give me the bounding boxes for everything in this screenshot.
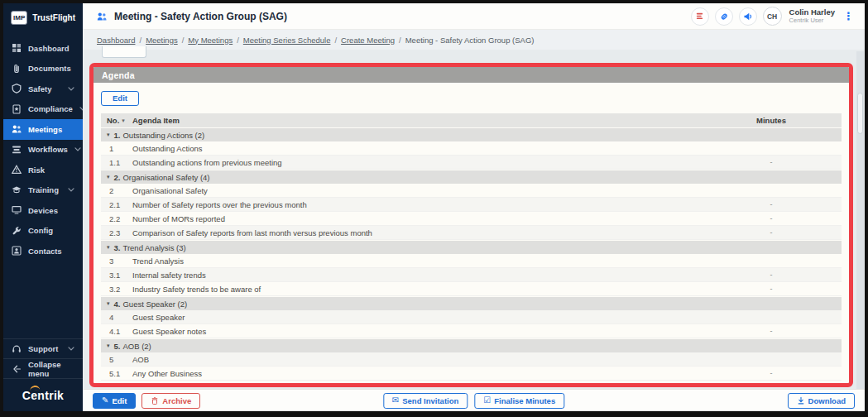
breadcrumb-link-meetings[interactable]: Meetings — [146, 36, 178, 45]
agenda-item-text: Guest Speaker notes — [132, 327, 701, 336]
breadcrumb-link-meeting-series-schedule[interactable]: Meeting Series Schedule — [243, 36, 331, 45]
user-block[interactable]: Colin Harley Centrik User — [789, 8, 835, 25]
collapse-caret-icon: ▾ — [101, 174, 114, 180]
agenda-item-no: 2.3 — [101, 228, 132, 237]
scrollbar-thumb[interactable] — [857, 93, 863, 134]
agenda-item-row[interactable]: 4.1Guest Speaker notes- — [101, 324, 842, 338]
archive-button[interactable]: Archive — [141, 393, 200, 409]
documents-icon — [12, 64, 22, 74]
center-actions: ✉ Send Invitation ☑ Finalise Minutes — [383, 393, 564, 409]
agenda-item-row[interactable]: 1.1Outstanding actions from previous mee… — [101, 156, 842, 170]
group-label: Guest Speaker (2) — [122, 300, 187, 309]
config-icon — [12, 226, 22, 236]
sidebar-item-contacts[interactable]: Contacts — [3, 241, 83, 261]
sidebar-bottom: Support Collapse menu Centrik — [3, 338, 83, 411]
breadcrumb-link-dashboard[interactable]: Dashboard — [97, 36, 135, 45]
agenda-item-row[interactable]: 3Trend Analysis — [101, 254, 842, 268]
sidebar-item-label: Documents — [28, 64, 71, 73]
agenda-group-row[interactable]: ▾2.Organisational Safety (4) — [101, 170, 842, 184]
sidebar-item-meetings[interactable]: Meetings — [3, 119, 83, 140]
agenda-item-text: Industry Safety trends to be aware of — [132, 285, 701, 294]
sidebar-item-training[interactable]: Training — [3, 180, 83, 201]
breadcrumb-separator: / — [139, 36, 141, 45]
agenda-item-row[interactable]: 2Organisational Safety — [101, 184, 842, 198]
brand[interactable]: IMP TrustFlight — [3, 3, 83, 31]
agenda-item-row[interactable]: 2.3Comparison of Safety reports from las… — [101, 226, 842, 240]
breadcrumb-link-create-meeting[interactable]: Create Meeting — [341, 36, 395, 45]
agenda-item-no: 1 — [101, 144, 132, 153]
announcement-button[interactable] — [739, 7, 757, 26]
chevron-down-icon — [74, 147, 81, 151]
agenda-item-text: Internal safety trends — [132, 271, 701, 280]
agenda-group-row[interactable]: ▾4.Guest Speaker (2) — [101, 297, 842, 310]
page-title: Meeting - Safety Action Group (SAG) — [96, 11, 287, 22]
agenda-item-row[interactable]: 5.1Any Other Business- — [101, 367, 842, 381]
sidebar-item-compliance[interactable]: Compliance — [3, 99, 83, 120]
breadcrumb-current: Meeting - Safety Action Group (SAG) — [405, 36, 535, 45]
agenda-item-row[interactable]: 5AOB — [101, 352, 842, 367]
agenda-item-minutes: - — [701, 271, 842, 279]
finalise-minutes-button[interactable]: ☑ Finalise Minutes — [474, 393, 564, 409]
agenda-item-row[interactable]: 3.1Internal safety trends- — [101, 268, 842, 282]
download-button[interactable]: Download — [788, 393, 855, 409]
agenda-item-no: 4 — [101, 313, 132, 322]
link-button[interactable] — [715, 7, 733, 26]
agenda-item-text: Outstanding actions from previous meetin… — [132, 158, 701, 167]
kebab-menu-icon[interactable]: ⋮ — [841, 10, 856, 22]
support-icon — [12, 344, 22, 354]
envelope-icon: ✉ — [392, 396, 399, 405]
chevron-down-icon — [68, 87, 74, 91]
agenda-item-row[interactable]: 3.2Industry Safety trends to be aware of… — [101, 282, 842, 296]
agenda-table: No. ▾ Agenda Item Minutes ▾1.Outstanding… — [101, 113, 842, 381]
agenda-item-minutes: - — [701, 285, 842, 293]
agenda-item-row[interactable]: 4Guest Speaker — [101, 310, 842, 324]
main-content: Agenda Edit No. ▾ Agenda Item Minutes ▾1… — [83, 50, 865, 389]
agenda-item-minutes: - — [701, 214, 842, 223]
sidebar: IMP TrustFlight DashboardDocumentsSafety… — [3, 3, 83, 411]
meetings-icon — [12, 124, 22, 134]
sidebar-item-label: Safety — [28, 84, 52, 93]
sidebar-item-devices[interactable]: Devices — [3, 200, 83, 221]
sidebar-item-safety[interactable]: Safety — [3, 79, 83, 99]
agenda-table-header: No. ▾ Agenda Item Minutes — [101, 113, 842, 127]
agenda-group-row[interactable]: ▾5.AOB (2) — [101, 339, 842, 352]
activity-log-icon — [695, 12, 704, 21]
centrik-logo-text: Centrik — [22, 389, 64, 402]
agenda-item-row[interactable]: 2.1Number of Safety reports over the pre… — [101, 198, 842, 212]
edit-button[interactable]: ✎ Edit — [93, 393, 136, 409]
avatar[interactable]: CH — [763, 7, 782, 26]
breadcrumb-separator: / — [237, 36, 239, 45]
sidebar-item-workflows[interactable]: Workflows — [3, 140, 83, 161]
sidebar-item-label: Training — [28, 185, 59, 194]
app-window: IMP TrustFlight DashboardDocumentsSafety… — [0, 0, 868, 417]
collapse-caret-icon: ▾ — [101, 132, 114, 138]
activity-log-button[interactable] — [691, 7, 709, 26]
sidebar-item-risk[interactable]: Risk — [3, 160, 83, 180]
top-right-actions: CH Colin Harley Centrik User ⋮ — [691, 7, 856, 26]
safety-icon — [12, 84, 22, 93]
sidebar-item-collapse-menu[interactable]: Collapse menu — [3, 358, 83, 378]
column-header-minutes[interactable]: Minutes — [701, 116, 842, 125]
agenda-group-row[interactable]: ▾3.Trend Analysis (3) — [101, 241, 842, 254]
agenda-item-row[interactable]: 2.2Number of MORs reported- — [101, 212, 842, 226]
agenda-group-row[interactable]: ▾1.Outstanding Actions (2) — [101, 128, 842, 141]
column-header-no[interactable]: No. ▾ — [101, 116, 132, 125]
collapse-caret-icon: ▾ — [101, 244, 114, 251]
vertical-scrollbar[interactable] — [856, 51, 864, 411]
breadcrumb-link-my-meetings[interactable]: My Meetings — [188, 36, 233, 45]
agenda-item-no: 2 — [101, 186, 132, 195]
sidebar-item-support[interactable]: Support — [3, 338, 83, 358]
agenda-item-text: AOB — [132, 355, 701, 364]
send-invitation-button[interactable]: ✉ Send Invitation — [383, 393, 468, 409]
sidebar-item-documents[interactable]: Documents — [3, 59, 83, 79]
collapse-caret-icon: ▾ — [101, 300, 114, 307]
agenda-item-text: Number of MORs reported — [132, 214, 701, 223]
agenda-item-no: 2.2 — [101, 214, 132, 223]
agenda-item-row[interactable]: 1Outstanding Actions — [101, 141, 842, 156]
agenda-edit-button[interactable]: Edit — [101, 91, 139, 106]
sidebar-item-dashboard[interactable]: Dashboard — [3, 38, 83, 59]
partial-button[interactable] — [102, 46, 146, 58]
sidebar-item-config[interactable]: Config — [3, 221, 83, 242]
column-header-agenda-item[interactable]: Agenda Item — [132, 116, 701, 125]
user-role: Centrik User — [789, 17, 835, 25]
